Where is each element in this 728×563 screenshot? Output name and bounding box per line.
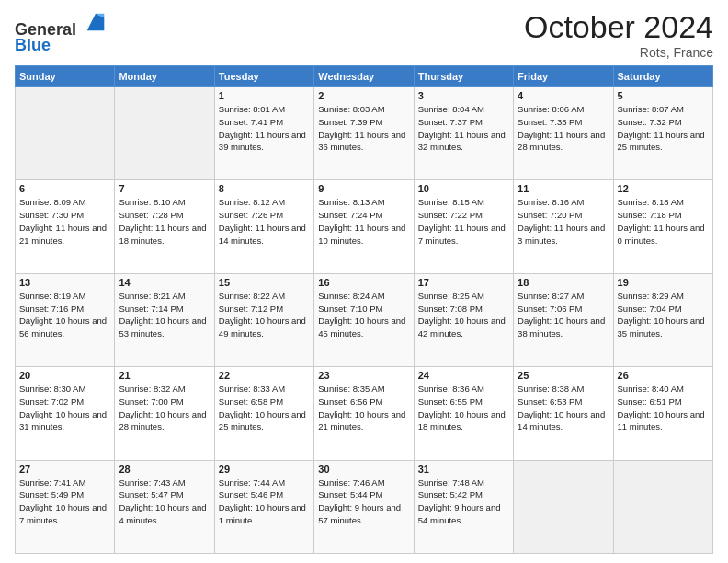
day-info: Sunrise: 7:48 AM Sunset: 5:42 PM Dayligh… — [418, 477, 509, 527]
day-info: Sunrise: 7:43 AM Sunset: 5:47 PM Dayligh… — [119, 477, 210, 527]
calendar-cell: 23Sunrise: 8:35 AM Sunset: 6:56 PM Dayli… — [314, 367, 414, 460]
calendar-cell: 5Sunrise: 8:07 AM Sunset: 7:32 PM Daylig… — [613, 87, 712, 180]
day-number: 15 — [219, 277, 310, 288]
calendar-cell: 11Sunrise: 8:16 AM Sunset: 7:20 PM Dayli… — [514, 180, 613, 273]
day-number: 18 — [518, 277, 609, 288]
calendar-cell: 2Sunrise: 8:03 AM Sunset: 7:39 PM Daylig… — [314, 87, 414, 180]
day-info: Sunrise: 8:10 AM Sunset: 7:28 PM Dayligh… — [119, 196, 210, 247]
day-number: 23 — [318, 370, 409, 381]
day-info: Sunrise: 8:33 AM Sunset: 6:58 PM Dayligh… — [219, 383, 310, 433]
calendar-cell: 27Sunrise: 7:41 AM Sunset: 5:49 PM Dayli… — [16, 460, 115, 553]
weekday-header-wednesday: Wednesday — [314, 66, 414, 87]
day-number: 5 — [618, 90, 709, 101]
calendar-cell: 28Sunrise: 7:43 AM Sunset: 5:47 PM Dayli… — [115, 460, 214, 553]
day-info: Sunrise: 8:40 AM Sunset: 6:51 PM Dayligh… — [618, 383, 709, 433]
day-number: 1 — [219, 90, 310, 101]
day-info: Sunrise: 8:12 AM Sunset: 7:26 PM Dayligh… — [219, 196, 310, 247]
day-number: 29 — [219, 464, 310, 475]
day-info: Sunrise: 8:32 AM Sunset: 7:00 PM Dayligh… — [119, 383, 210, 433]
day-number: 24 — [418, 370, 509, 381]
day-number: 12 — [618, 183, 709, 194]
calendar-cell — [613, 460, 712, 553]
calendar-cell — [16, 87, 115, 180]
day-info: Sunrise: 8:19 AM Sunset: 7:16 PM Dayligh… — [19, 290, 110, 340]
day-info: Sunrise: 8:27 AM Sunset: 7:06 PM Dayligh… — [518, 290, 609, 340]
calendar-cell: 7Sunrise: 8:10 AM Sunset: 7:28 PM Daylig… — [115, 180, 214, 273]
title-block: October 2024 Rots, France — [524, 9, 713, 60]
page: General Blue October 2024 Rots, France S… — [0, 0, 728, 563]
day-info: Sunrise: 8:09 AM Sunset: 7:30 PM Dayligh… — [19, 196, 110, 247]
week-row-1: 1Sunrise: 8:01 AM Sunset: 7:41 PM Daylig… — [16, 87, 713, 180]
calendar-cell: 19Sunrise: 8:29 AM Sunset: 7:04 PM Dayli… — [613, 273, 712, 366]
day-info: Sunrise: 8:36 AM Sunset: 6:55 PM Dayligh… — [418, 383, 509, 433]
day-info: Sunrise: 8:38 AM Sunset: 6:53 PM Dayligh… — [518, 383, 609, 433]
day-info: Sunrise: 8:25 AM Sunset: 7:08 PM Dayligh… — [418, 290, 509, 340]
week-row-3: 13Sunrise: 8:19 AM Sunset: 7:16 PM Dayli… — [16, 273, 713, 366]
calendar-cell: 14Sunrise: 8:21 AM Sunset: 7:14 PM Dayli… — [115, 273, 214, 366]
header: General Blue October 2024 Rots, France — [15, 9, 713, 60]
calendar-cell: 22Sunrise: 8:33 AM Sunset: 6:58 PM Dayli… — [214, 367, 313, 460]
calendar-cell: 3Sunrise: 8:04 AM Sunset: 7:37 PM Daylig… — [414, 87, 513, 180]
week-row-5: 27Sunrise: 7:41 AM Sunset: 5:49 PM Dayli… — [16, 460, 713, 553]
logo-icon — [83, 9, 108, 35]
day-info: Sunrise: 8:06 AM Sunset: 7:35 PM Dayligh… — [518, 103, 609, 154]
day-info: Sunrise: 8:18 AM Sunset: 7:18 PM Dayligh… — [618, 196, 709, 247]
logo-general: General — [15, 9, 108, 40]
day-number: 11 — [518, 183, 609, 194]
calendar-cell — [115, 87, 214, 180]
calendar-cell: 4Sunrise: 8:06 AM Sunset: 7:35 PM Daylig… — [514, 87, 613, 180]
weekday-header-saturday: Saturday — [613, 66, 712, 87]
day-number: 26 — [618, 370, 709, 381]
day-info: Sunrise: 8:03 AM Sunset: 7:39 PM Dayligh… — [318, 103, 409, 154]
calendar-cell: 25Sunrise: 8:38 AM Sunset: 6:53 PM Dayli… — [514, 367, 613, 460]
calendar-cell — [514, 460, 613, 553]
logo: General Blue — [15, 9, 108, 55]
calendar-cell: 12Sunrise: 8:18 AM Sunset: 7:18 PM Dayli… — [613, 180, 712, 273]
day-info: Sunrise: 8:24 AM Sunset: 7:10 PM Dayligh… — [318, 290, 409, 340]
weekday-header-monday: Monday — [115, 66, 214, 87]
calendar-cell: 13Sunrise: 8:19 AM Sunset: 7:16 PM Dayli… — [16, 273, 115, 366]
week-row-2: 6Sunrise: 8:09 AM Sunset: 7:30 PM Daylig… — [16, 180, 713, 273]
day-number: 31 — [418, 464, 509, 475]
day-number: 14 — [119, 277, 210, 288]
calendar-cell: 6Sunrise: 8:09 AM Sunset: 7:30 PM Daylig… — [16, 180, 115, 273]
calendar-cell: 9Sunrise: 8:13 AM Sunset: 7:24 PM Daylig… — [314, 180, 414, 273]
day-number: 3 — [418, 90, 509, 101]
calendar-cell: 26Sunrise: 8:40 AM Sunset: 6:51 PM Dayli… — [613, 367, 712, 460]
day-number: 8 — [219, 183, 310, 194]
calendar-cell: 24Sunrise: 8:36 AM Sunset: 6:55 PM Dayli… — [414, 367, 513, 460]
day-number: 10 — [418, 183, 509, 194]
day-info: Sunrise: 7:46 AM Sunset: 5:44 PM Dayligh… — [318, 477, 409, 527]
day-number: 7 — [119, 183, 210, 194]
day-number: 9 — [318, 183, 409, 194]
day-number: 22 — [219, 370, 310, 381]
day-info: Sunrise: 7:44 AM Sunset: 5:46 PM Dayligh… — [219, 477, 310, 527]
day-info: Sunrise: 8:07 AM Sunset: 7:32 PM Dayligh… — [618, 103, 709, 154]
day-info: Sunrise: 8:04 AM Sunset: 7:37 PM Dayligh… — [418, 103, 509, 154]
calendar-table: SundayMondayTuesdayWednesdayThursdayFrid… — [15, 65, 713, 554]
day-info: Sunrise: 8:15 AM Sunset: 7:22 PM Dayligh… — [418, 196, 509, 247]
day-info: Sunrise: 8:35 AM Sunset: 6:56 PM Dayligh… — [318, 383, 409, 433]
day-number: 30 — [318, 464, 409, 475]
day-number: 16 — [318, 277, 409, 288]
calendar-cell: 1Sunrise: 8:01 AM Sunset: 7:41 PM Daylig… — [214, 87, 313, 180]
day-info: Sunrise: 8:13 AM Sunset: 7:24 PM Dayligh… — [318, 196, 409, 247]
month-title: October 2024 — [524, 9, 713, 45]
calendar-cell: 31Sunrise: 7:48 AM Sunset: 5:42 PM Dayli… — [414, 460, 513, 553]
day-number: 19 — [618, 277, 709, 288]
calendar-cell: 18Sunrise: 8:27 AM Sunset: 7:06 PM Dayli… — [514, 273, 613, 366]
calendar-cell: 16Sunrise: 8:24 AM Sunset: 7:10 PM Dayli… — [314, 273, 414, 366]
calendar-cell: 17Sunrise: 8:25 AM Sunset: 7:08 PM Dayli… — [414, 273, 513, 366]
calendar-cell: 21Sunrise: 8:32 AM Sunset: 7:00 PM Dayli… — [115, 367, 214, 460]
day-number: 20 — [19, 370, 110, 381]
calendar-cell: 20Sunrise: 8:30 AM Sunset: 7:02 PM Dayli… — [16, 367, 115, 460]
day-info: Sunrise: 8:01 AM Sunset: 7:41 PM Dayligh… — [219, 103, 310, 154]
calendar-cell: 29Sunrise: 7:44 AM Sunset: 5:46 PM Dayli… — [214, 460, 313, 553]
calendar-cell: 8Sunrise: 8:12 AM Sunset: 7:26 PM Daylig… — [214, 180, 313, 273]
day-info: Sunrise: 8:22 AM Sunset: 7:12 PM Dayligh… — [219, 290, 310, 340]
weekday-header-row: SundayMondayTuesdayWednesdayThursdayFrid… — [16, 66, 713, 87]
day-info: Sunrise: 8:29 AM Sunset: 7:04 PM Dayligh… — [618, 290, 709, 340]
location: Rots, France — [524, 45, 713, 60]
day-number: 17 — [418, 277, 509, 288]
weekday-header-friday: Friday — [514, 66, 613, 87]
